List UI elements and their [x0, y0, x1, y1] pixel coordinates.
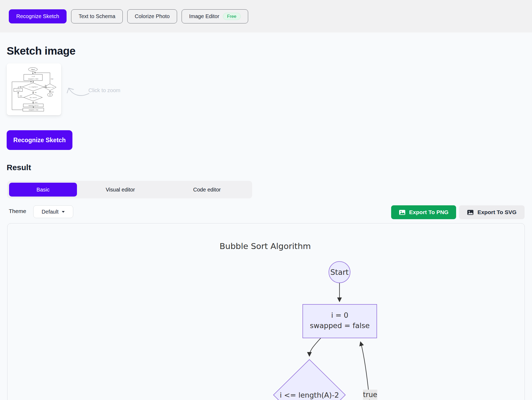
recognize-sketch-button[interactable]: Recognize Sketch [7, 130, 72, 150]
result-view-tabs: Basic Visual editor Code editor [7, 181, 252, 198]
tab-image-editor[interactable]: Image Editor Free [182, 9, 248, 23]
sketch-label: Then [34, 102, 38, 103]
tab-text-to-schema[interactable]: Text to Schema [71, 9, 123, 23]
node-init-line2: swapped = false [310, 321, 370, 330]
node-condition-label: i <= length(A)-2 [280, 391, 339, 399]
tab-visual-editor[interactable]: Visual editor [77, 183, 164, 197]
tab-recognize-sketch[interactable]: Recognize Sketch [9, 9, 67, 23]
export-to-png-label: Export To PNG [409, 209, 449, 215]
sketch-label: true [51, 78, 53, 80]
node-init [303, 304, 377, 338]
chevron-down-icon [62, 211, 65, 213]
sketch-drawing: Start i = 0 swapped = false i <= length(… [10, 66, 58, 113]
tab-image-editor-label: Image Editor [189, 13, 219, 19]
theme-dropdown[interactable]: Default [33, 205, 73, 218]
export-to-svg-label: Export To SVG [477, 209, 517, 215]
sketch-label: Start [31, 68, 35, 70]
image-icon [399, 210, 406, 215]
sketch-label: A[i] > A[i+1] [30, 97, 37, 98]
edge-init-to-condition [309, 338, 321, 356]
export-to-png-button[interactable]: Export To PNG [391, 205, 456, 219]
click-to-zoom-hint: Click to zoom [88, 87, 120, 93]
sketch-label: false [51, 91, 54, 93]
image-icon [467, 210, 474, 215]
sketch-label: i = 0 [32, 76, 35, 77]
free-badge: Free [223, 13, 241, 20]
sketch-image-heading: Sketch image [7, 45, 75, 57]
flowchart-canvas: Bubble Sort Algorithm true Start i = 0 s… [7, 223, 525, 400]
sketch-label: swapped = true [46, 87, 54, 88]
sketch-label: else [20, 95, 22, 97]
sketch-label: Yes [35, 92, 37, 93]
tab-code-editor[interactable]: Code editor [164, 183, 251, 197]
node-init-line1: i = 0 [331, 311, 348, 319]
diagram-title: Bubble Sort Algorithm [219, 241, 311, 251]
diagram-panel: Bubble Sort Algorithm true Start i = 0 s… [7, 223, 525, 400]
tab-colorize-photo[interactable]: Colorize Photo [127, 9, 177, 23]
export-to-svg-button[interactable]: Export To SVG [459, 205, 525, 219]
tab-basic[interactable]: Basic [9, 183, 77, 197]
edge-label-true: true [363, 391, 377, 399]
node-start-label: Start [330, 268, 349, 277]
sketch-label: i <= length(A)-2 [29, 86, 38, 88]
theme-label: Theme [9, 208, 26, 214]
result-heading: Result [7, 163, 31, 172]
theme-dropdown-value: Default [42, 209, 58, 215]
curved-arrow-icon [66, 84, 90, 98]
sketch-label: swapped = false [28, 78, 39, 80]
sketch-label: end [49, 94, 52, 95]
sketch-label: Swap(A[i], A[i+1]) [28, 105, 39, 106]
sketch-thumbnail[interactable]: Start i = 0 swapped = false i <= length(… [7, 63, 61, 115]
sketch-label: i = i+1 [16, 89, 20, 91]
app-tab-bar: Recognize Sketch Text to Schema Colorize… [0, 0, 532, 32]
sketch-label: swapped = true [28, 109, 38, 111]
